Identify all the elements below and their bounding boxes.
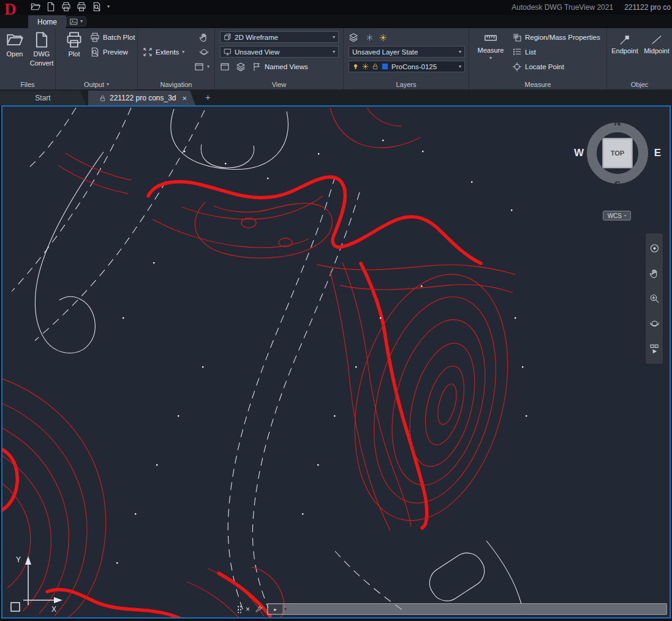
layer-color-swatch[interactable]: [382, 63, 388, 70]
point-marker: [421, 285, 422, 287]
dwg-convert-button[interactable]: DWG Convert: [29, 31, 55, 67]
qat-open-icon[interactable]: [31, 2, 40, 12]
command-input-bar[interactable]: ▸ ▾: [267, 603, 667, 615]
point-marker: [355, 366, 357, 367]
plot-button[interactable]: Plot: [62, 31, 86, 58]
object-snap-panel-label: Objec: [607, 81, 672, 88]
view-toggle-button[interactable]: ▾: [66, 17, 86, 26]
red-contour-ellipse: [354, 284, 516, 516]
new-tab-button[interactable]: +: [205, 92, 210, 102]
tab-active-drawing[interactable]: 221122 pro cons_3d ×: [88, 91, 195, 105]
orbit-button[interactable]: [199, 47, 209, 58]
zoom-icon[interactable]: [649, 293, 660, 304]
view-monitor-icon: [224, 48, 232, 56]
red-contour: [153, 219, 309, 247]
midpoint-button[interactable]: Midpoint: [641, 34, 672, 55]
quick-access-toolbar: ▾: [31, 2, 110, 12]
layer-freeze-button[interactable]: [366, 32, 374, 43]
viewport-config-button[interactable]: [220, 61, 230, 72]
red-contour: [66, 153, 131, 180]
visual-style-dropdown[interactable]: 2D Wireframe ▾: [220, 31, 339, 43]
command-prompt-icon[interactable]: ▸: [268, 604, 282, 614]
drag-grip-icon[interactable]: [237, 605, 241, 613]
qat-batch-plot-icon[interactable]: [77, 2, 86, 12]
layer-properties-button[interactable]: [349, 32, 358, 43]
chevron-down-icon: ▾: [459, 64, 461, 69]
qat-plot-icon[interactable]: [61, 2, 71, 12]
app-logo[interactable]: D: [4, 0, 17, 19]
show-motion-icon[interactable]: [649, 344, 660, 354]
sun-icon[interactable]: [362, 63, 369, 70]
point-marker: [267, 178, 268, 179]
panel-navigation: Extents ▾ ▾ Navigation: [138, 28, 215, 89]
tab-start[interactable]: Start: [0, 91, 86, 105]
named-views-icon: [252, 62, 262, 72]
viewcube-east[interactable]: E: [654, 147, 661, 159]
viewcube-top-face[interactable]: TOP: [602, 138, 633, 168]
white-contour-line: [486, 541, 521, 604]
layer-state-dropdown[interactable]: Unsaved Layer State ▾: [349, 46, 465, 58]
chevron-down-icon: ▾: [624, 214, 626, 217]
endpoint-button[interactable]: Endpoint: [610, 34, 640, 55]
ucs-y-label: Y: [16, 555, 21, 564]
view-value: Unsaved View: [235, 48, 279, 56]
open-label: Open: [7, 50, 23, 58]
viewcube-west[interactable]: W: [574, 147, 584, 159]
panel-output: Plot Batch Plot Preview Output ▾: [56, 28, 138, 89]
drawing-canvas[interactable]: N S W E TOP WCS ▾ Y X ×: [1, 105, 671, 619]
endpoint-icon: [619, 34, 630, 45]
layer-dropdown[interactable]: ProCons-0125 ▾: [349, 61, 465, 72]
layers-panel-label: Layers: [344, 81, 469, 88]
batch-plot-button[interactable]: Batch Plot: [90, 32, 135, 43]
chevron-down-icon[interactable]: ▾: [182, 50, 184, 55]
qat-customize-caret-icon[interactable]: ▾: [107, 4, 110, 9]
sheet-views-button[interactable]: [236, 61, 246, 72]
viewport-controls-button[interactable]: ▾: [194, 61, 210, 72]
viewcube-south[interactable]: S: [614, 179, 621, 189]
open-button[interactable]: Open: [4, 31, 26, 58]
output-panel-label: Output ▾: [56, 81, 137, 88]
pan-hand-icon[interactable]: [649, 268, 660, 279]
plot-printer-icon: [65, 31, 83, 48]
window-title: Autodesk DWG TrueView 2021 221122 pro co: [512, 3, 671, 12]
point-marker: [178, 415, 179, 416]
qat-preview-icon[interactable]: [92, 2, 102, 12]
orbit-icon[interactable]: [649, 318, 660, 329]
named-views-button[interactable]: Named Views: [252, 61, 308, 72]
lock-icon[interactable]: [372, 63, 379, 70]
locate-point-button[interactable]: Locate Point: [512, 61, 564, 72]
visual-style-value: 2D Wireframe: [235, 34, 278, 41]
files-panel-label: Files: [0, 81, 55, 88]
navigation-wheel-icon[interactable]: [649, 243, 660, 254]
panel-flyout-caret-icon[interactable]: ▾: [107, 82, 109, 87]
region-mass-properties-button[interactable]: Region/Mass Properties: [512, 32, 600, 43]
sun-icon: [379, 34, 387, 42]
viewcube[interactable]: N S W E TOP: [578, 113, 657, 193]
close-tab-icon[interactable]: ×: [183, 94, 187, 103]
point-marker: [318, 153, 319, 154]
chevron-down-icon[interactable]: ▾: [284, 606, 287, 612]
lightbulb-icon[interactable]: [352, 63, 359, 70]
list-label: List: [525, 48, 536, 56]
endpoint-label: Endpoint: [611, 47, 638, 55]
view-panel-label: View: [215, 81, 343, 88]
view-dropdown[interactable]: Unsaved View ▾: [220, 46, 339, 58]
sheet-icon: [236, 62, 246, 72]
point-marker: [123, 317, 124, 318]
wcs-selector[interactable]: WCS ▾: [603, 211, 631, 220]
measure-button[interactable]: Measure ▾: [477, 31, 505, 61]
white-dashed-line: [35, 110, 205, 341]
chevron-down-icon: ▾: [80, 19, 83, 24]
list-button[interactable]: List: [512, 47, 536, 58]
customize-wrench-icon[interactable]: [254, 605, 263, 614]
layer-thaw-button[interactable]: [379, 32, 387, 43]
tab-home[interactable]: Home: [28, 15, 66, 28]
qat-convert-icon[interactable]: [46, 2, 56, 12]
white-ellipse-inner: [201, 145, 254, 168]
preview-button[interactable]: Preview: [90, 47, 128, 58]
close-icon[interactable]: ×: [246, 606, 250, 613]
pan-button[interactable]: [199, 32, 209, 43]
zoom-extents-button[interactable]: Extents ▾: [143, 47, 184, 58]
wcs-label: WCS: [608, 213, 622, 219]
viewcube-north[interactable]: N: [614, 117, 621, 127]
